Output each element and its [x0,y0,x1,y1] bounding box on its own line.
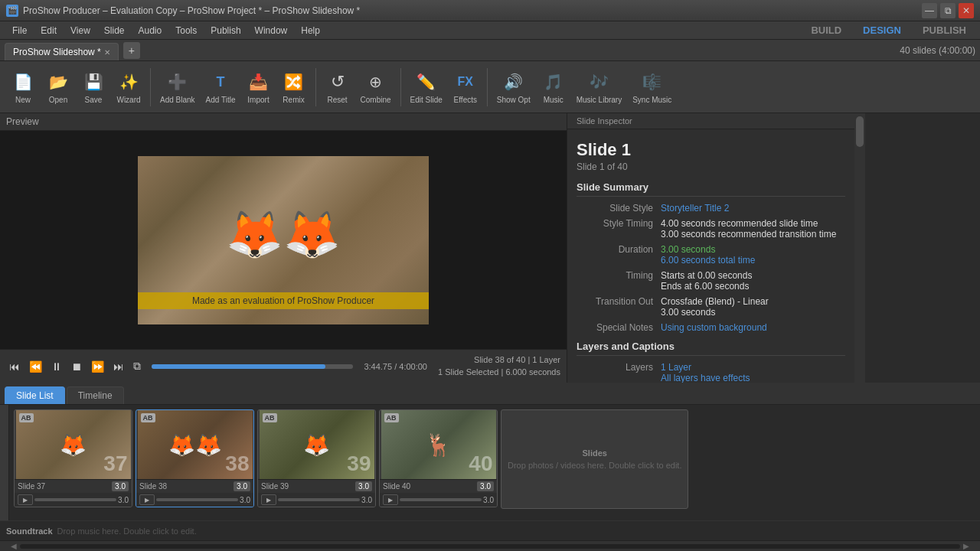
open-button[interactable]: 📂 Open [41,67,75,107]
title-bar-text: ProShow Producer – Evaluation Copy – Pro… [23,5,360,16]
slide-40-duration: 3.0 [477,481,494,491]
progress-fill [152,364,325,369]
show-opt-button[interactable]: 🔊 Show Opt [492,67,535,107]
toolbar: 📄 New 📂 Open 💾 Save ✨ Wizard ➕ Add Blank… [0,61,980,113]
add-title-label: Add Title [206,96,236,104]
slide-37-number-big: 37 [103,452,127,476]
wizard-button[interactable]: ✨ Wizard [112,67,145,107]
slide-38-play-dur: 3.0 [240,496,250,504]
timing-label: Timing [577,270,661,292]
maximize-button[interactable]: ⧉ [940,3,956,18]
menu-audio[interactable]: Audio [132,24,168,37]
slide-item-40[interactable]: 🦌 AB 40 Slide 40 3.0 ▶ 3.0 [379,409,498,507]
scroll-right-arrow[interactable]: ▶ [963,542,969,550]
reset-button[interactable]: ↺ Reset [321,67,354,107]
effects-button[interactable]: FX Effects [449,67,482,107]
slide-40-play-dur: 3.0 [483,496,494,504]
menu-help[interactable]: Help [295,24,326,37]
slide-item-38[interactable]: 🦊🦊 AB 38 Slide 38 3.0 ▶ 3.0 [136,409,254,507]
empty-slides-hint: Drop photos / videos here. Double click … [508,461,681,470]
slide-38-play-row: ▶ 3.0 [136,493,253,507]
menu-publish[interactable]: Publish [204,24,247,37]
play-pause-button[interactable]: ⏸ [48,359,65,374]
special-notes-label: Special Notes [577,322,661,333]
menu-window[interactable]: Window [249,24,294,37]
watermark-bar: Made as an evaluation of ProShow Produce… [138,292,429,309]
slide-37-play-dur: 3.0 [118,496,129,504]
duration-total[interactable]: 6.00 seconds total time [661,255,755,266]
import-button[interactable]: 📥 Import [242,67,276,107]
inspector-with-scroll: Slide Inspector Slide 1 Slide 1 of 40 Sl… [567,113,865,383]
slide-40-ab-badge: AB [384,413,399,422]
save-button[interactable]: 💾 Save [77,67,110,107]
slide-list-area: 🦊 AB 37 Slide 37 3.0 ▶ 3.0 [0,405,980,520]
layers-values: 1 Layer All layers have effects [661,362,750,383]
fullscreen-button[interactable]: ⧉ [130,358,144,374]
slide-39-play-btn[interactable]: ▶ [261,494,276,505]
wizard-icon: ✨ [116,70,141,94]
sync-music-button[interactable]: 🎼 Sync Music [628,67,676,107]
slide-39-play-row: ▶ 3.0 [258,493,375,507]
design-mode-button[interactable]: DESIGN [855,23,909,37]
preview-controls: ⏮ ⏪ ⏸ ⏹ ⏩ ⏭ ⧉ 3:44.75 / 4:00:00 Slide 38… [0,349,567,383]
menu-view[interactable]: View [64,24,96,37]
stop-button[interactable]: ⏹ [68,359,85,374]
add-blank-label: Add Blank [160,96,195,104]
edit-slide-label: Edit Slide [410,96,443,104]
slide-item-37[interactable]: 🦊 AB 37 Slide 37 3.0 ▶ 3.0 [14,409,132,507]
menu-slide[interactable]: Slide [98,24,131,37]
new-button[interactable]: 📄 New [6,67,40,107]
progress-bar[interactable] [152,364,353,369]
slide-style-row: Slide Style Storyteller Title 2 [577,203,845,214]
bottom-scrollbar[interactable]: ◀ ▶ [0,540,980,551]
remix-button[interactable]: 🔀 Remix [277,67,311,107]
scroll-left-arrow[interactable]: ◀ [11,542,17,550]
slide-39-name: Slide 39 [261,482,289,491]
special-notes-value[interactable]: Using custom background [661,322,767,333]
slide-38-ab-badge: AB [141,413,155,422]
music-button[interactable]: 🎵 Music [537,67,570,107]
slide-40-play-btn[interactable]: ▶ [383,494,398,505]
menu-file[interactable]: File [6,24,33,37]
tab-close-icon[interactable]: ✕ [104,48,110,57]
slide-40-play-row: ▶ 3.0 [380,493,497,507]
inspector-slide-subtitle: Slide 1 of 40 [577,161,845,172]
slide-37-play-btn[interactable]: ▶ [18,494,33,505]
go-end-button[interactable]: ⏭ [110,359,127,374]
inspector-title: Slide Inspector [567,113,854,129]
menu-tools[interactable]: Tools [169,24,203,37]
open-label: Open [49,96,67,104]
combine-button[interactable]: ⊕ Combine [356,67,396,107]
main-tab[interactable]: ProShow Slideshow * ✕ [5,43,119,60]
add-title-button[interactable]: T Add Title [201,67,240,107]
music-library-button[interactable]: 🎶 Music Library [572,67,626,107]
layers-count[interactable]: 1 Layer [661,362,750,373]
slide-list-scrollbar-left[interactable] [0,405,9,520]
menu-edit[interactable]: Edit [34,24,63,37]
slide-list-tab[interactable]: Slide List [5,386,65,404]
minimize-button[interactable]: — [922,3,937,18]
add-blank-button[interactable]: ➕ Add Blank [155,67,200,107]
preview-label: Preview [0,113,567,131]
slide-39-thumbnail: 🦊 AB 39 [260,410,374,479]
close-button[interactable]: ✕ [959,3,974,18]
slide-37-play-bar [34,498,116,501]
slide-39-play-bar [278,498,360,501]
show-opt-icon: 🔊 [501,70,526,94]
empty-drop-zone[interactable]: Slides Drop photos / videos here. Double… [501,409,688,509]
slide-item-39[interactable]: 🦊 AB 39 Slide 39 3.0 ▶ 3.0 [257,409,376,507]
publish-mode-button[interactable]: PUBLISH [915,23,974,37]
save-label: Save [85,96,103,104]
build-mode-button[interactable]: BUILD [803,23,849,37]
timeline-tab[interactable]: Timeline [67,386,124,404]
add-tab-button[interactable]: + [123,42,140,59]
layers-note[interactable]: All layers have effects [661,373,750,383]
edit-slide-button[interactable]: ✏️ Edit Slide [406,67,447,107]
slide-38-play-btn[interactable]: ▶ [139,494,155,505]
rewind-button[interactable]: ⏪ [26,359,45,374]
scrollbar-track[interactable] [20,544,960,549]
inspector-scrollbar[interactable] [854,113,865,383]
go-start-button[interactable]: ⏮ [6,359,23,374]
slide-style-value[interactable]: Storyteller Title 2 [661,203,729,214]
fast-forward-button[interactable]: ⏩ [88,359,107,374]
